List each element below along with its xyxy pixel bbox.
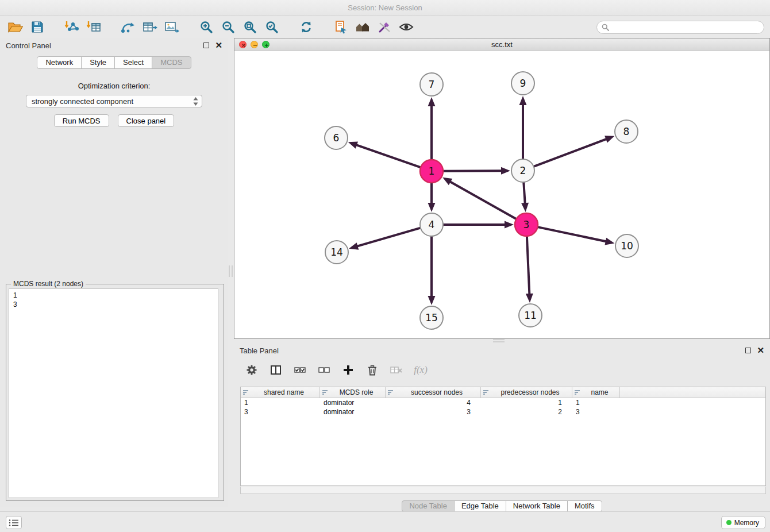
save-session-button[interactable] [26, 18, 48, 36]
graph-node-10[interactable]: 10 [615, 234, 638, 257]
graph-edge-1-6[interactable] [356, 145, 421, 168]
column-header-name[interactable]: name [572, 387, 620, 398]
column-header-MCDS-role[interactable]: MCDS role [320, 387, 386, 398]
export-image-button[interactable] [161, 18, 183, 36]
table-settings-button[interactable] [242, 361, 261, 379]
column-header-predecessor-nodes[interactable]: predecessor nodes [481, 387, 572, 398]
node-table: shared nameMCDS rolesuccessor nodesprede… [240, 387, 766, 486]
table-float-button[interactable] [745, 348, 751, 353]
graph-node-6[interactable]: 6 [325, 126, 348, 149]
table-row[interactable]: 3dominator323 [241, 407, 765, 417]
optimization-criterion-label: Optimization criterion: [0, 82, 228, 90]
graph-node-15[interactable]: 15 [420, 306, 443, 329]
graph-node-7[interactable]: 7 [420, 73, 443, 96]
import-table-button[interactable] [83, 18, 105, 36]
zoom-window-button[interactable] [262, 41, 270, 48]
table-cell[interactable]: 3 [572, 407, 620, 417]
mcds-result-line: 1 [13, 291, 214, 300]
add-column-button[interactable] [338, 361, 358, 379]
svg-text:3: 3 [523, 219, 530, 230]
graph-node-4[interactable]: 4 [420, 213, 443, 236]
mcds-result-list[interactable]: 13 [9, 288, 218, 498]
open-file-button[interactable] [5, 18, 26, 36]
table-cell[interactable]: 4 [386, 398, 481, 407]
memory-button[interactable]: Memory [721, 516, 765, 529]
network-window-title: scc.txt [491, 40, 513, 49]
table-tab-node-table[interactable]: Node Table [402, 500, 455, 512]
table-tab-motifs[interactable]: Motifs [567, 500, 602, 512]
function-builder-button[interactable]: f(x) [411, 361, 430, 379]
graph-node-11[interactable]: 11 [519, 304, 542, 327]
graph-node-9[interactable]: 9 [511, 72, 534, 95]
search-icon [602, 24, 609, 31]
graph-edge-3-11[interactable] [527, 236, 530, 295]
export-table-button[interactable] [139, 18, 161, 36]
table-cell[interactable]: 3 [386, 407, 481, 417]
graph-edge-4-14[interactable] [357, 228, 421, 246]
close-window-button[interactable] [239, 41, 247, 48]
close-panel-button[interactable]: ✕ [215, 43, 222, 48]
sort-icon [575, 390, 581, 395]
horizontal-splitter-handle[interactable] [493, 339, 505, 342]
float-panel-button[interactable] [203, 43, 209, 48]
table-cell[interactable]: 3 [241, 407, 320, 417]
control-panel: Control Panel ✕ NetworkStyleSelectMCDS O… [0, 38, 228, 507]
zoom-selected-button[interactable] [261, 18, 283, 36]
minimize-window-button[interactable] [251, 41, 258, 48]
delete-column-button[interactable] [363, 361, 382, 379]
table-cell[interactable]: dominator [320, 398, 386, 407]
vertical-splitter-handle[interactable] [229, 265, 233, 277]
select-all-button[interactable] [290, 361, 310, 379]
graph-edge-3-10[interactable] [538, 227, 607, 241]
task-history-button[interactable] [6, 516, 22, 529]
split-columns-button[interactable] [266, 361, 286, 379]
criterion-select[interactable]: strongly connected component [26, 95, 202, 107]
application-window: Session: New Session [0, 0, 770, 532]
table-close-button[interactable]: ✕ [757, 348, 764, 353]
zoom-out-button[interactable] [217, 18, 239, 36]
table-panel-header: Table Panel ✕ [234, 343, 770, 358]
graph-edge-arrowhead [526, 294, 533, 303]
export-view-button[interactable] [330, 18, 352, 36]
graph-node-8[interactable]: 8 [615, 120, 638, 143]
graph-node-3[interactable]: 3 [515, 213, 538, 236]
table-cell[interactable]: dominator [320, 407, 386, 417]
table-horizontal-scrollbar[interactable] [240, 487, 766, 494]
zoom-in-button[interactable] [195, 18, 217, 36]
zoom-fit-button[interactable] [239, 18, 261, 36]
graph-node-1[interactable]: 1 [420, 160, 443, 183]
table-cell[interactable]: 1 [481, 398, 572, 407]
column-header-shared-name[interactable]: shared name [241, 387, 320, 398]
export-image-icon [164, 20, 179, 34]
tab-network[interactable]: Network [37, 56, 82, 69]
run-mcds-button[interactable]: Run MCDS [54, 114, 109, 127]
table-cell[interactable]: 1 [241, 398, 320, 407]
delete-table-button[interactable] [387, 361, 406, 379]
home-button[interactable] [352, 18, 374, 36]
tab-mcds[interactable]: MCDS [152, 56, 191, 69]
table-cell[interactable]: 1 [572, 398, 620, 407]
deselect-all-button[interactable] [314, 361, 334, 379]
import-network-button[interactable] [61, 18, 83, 36]
refresh-view-button[interactable] [295, 18, 317, 36]
export-network-button[interactable] [117, 18, 139, 36]
network-canvas[interactable]: 7968124314101511 [234, 51, 769, 338]
column-header-successor-nodes[interactable]: successor nodes [386, 387, 481, 398]
tab-style[interactable]: Style [81, 56, 115, 69]
graph-node-14[interactable]: 14 [325, 241, 348, 264]
graph-edge-3-1[interactable] [449, 182, 516, 219]
graph-edge-1-2[interactable] [443, 171, 502, 171]
search-input[interactable] [612, 23, 759, 32]
table-tab-network-table[interactable]: Network Table [506, 500, 568, 512]
table-cell[interactable]: 2 [481, 407, 572, 417]
graph-edge-2-8[interactable] [534, 139, 607, 167]
svg-text:15: 15 [425, 312, 438, 323]
tab-select[interactable]: Select [114, 56, 152, 69]
close-panel-action-button[interactable]: Close panel [118, 114, 175, 127]
graph-edge-2-3[interactable] [523, 182, 525, 204]
table-row[interactable]: 1dominator411 [241, 398, 765, 407]
table-tab-edge-table[interactable]: Edge Table [454, 500, 506, 512]
annotations-button[interactable] [374, 18, 395, 36]
show-graphics-details-button[interactable] [395, 18, 417, 36]
graph-node-2[interactable]: 2 [511, 159, 534, 182]
